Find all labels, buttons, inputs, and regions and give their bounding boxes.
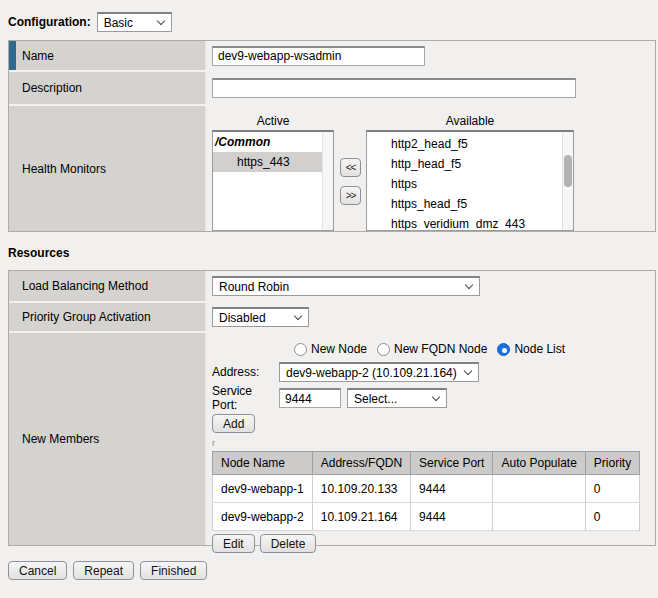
priority-group-select[interactable]: Disabled: [212, 307, 309, 327]
required-indicator-bar: [9, 41, 16, 70]
chevron-down-icon: [432, 393, 440, 401]
new-members-content-cell: New Node New FQDN Node Node List Address…: [206, 333, 655, 545]
chevron-down-icon: [465, 281, 473, 289]
priority-group-label-cell: Priority Group Activation: [9, 303, 206, 331]
load-balancing-label: Load Balancing Method: [22, 279, 148, 293]
cell-address: 10.109.20.133: [312, 475, 410, 503]
radio-new-fqdn-node-label: New FQDN Node: [394, 342, 487, 356]
new-members-label-cell: New Members: [9, 333, 206, 545]
health-monitors-label-cell: Health Monitors: [9, 106, 206, 231]
col-node-name: Node Name: [213, 452, 313, 475]
chevron-down-icon: [294, 312, 302, 320]
available-monitor-item[interactable]: https: [367, 174, 573, 194]
load-balancing-label-cell: Load Balancing Method: [9, 271, 206, 301]
finished-button[interactable]: Finished: [140, 561, 207, 580]
member-type-radio-group: New Node New FQDN Node Node List: [294, 341, 655, 357]
active-header: Active: [212, 112, 334, 130]
name-row: Name: [9, 41, 655, 70]
cell-priority: 0: [585, 503, 639, 531]
col-service-port: Service Port: [411, 452, 493, 475]
load-balancing-row: Load Balancing Method Round Robin: [9, 271, 655, 301]
address-select[interactable]: dev9-webapp-2 (10.109.21.164): [279, 362, 479, 382]
available-monitor-item[interactable]: https_head_f5: [367, 194, 573, 214]
health-monitors-row: Health Monitors Active /Common https_443…: [9, 104, 655, 231]
name-label-cell: Name: [9, 41, 206, 70]
cell-priority: 0: [585, 475, 639, 503]
available-header: Available: [366, 112, 574, 130]
chevron-down-icon: [156, 17, 164, 25]
available-monitor-item[interactable]: http2_head_f5: [367, 134, 573, 154]
description-input[interactable]: [212, 78, 576, 98]
repeat-button[interactable]: Repeat: [73, 561, 134, 580]
stray-mark: r: [212, 439, 655, 449]
description-row: Description: [9, 70, 655, 104]
cell-auto-populate: [493, 503, 585, 531]
health-monitors-label: Health Monitors: [22, 162, 106, 176]
address-label: Address:: [212, 365, 279, 379]
description-label-cell: Description: [9, 72, 206, 104]
new-members-label: New Members: [22, 432, 99, 446]
new-members-row: New Members New Node New FQDN Node Node …: [9, 331, 655, 545]
active-monitor-item[interactable]: https_443: [213, 152, 333, 172]
move-to-available-button[interactable]: >>: [340, 186, 361, 205]
radio-new-node-label: New Node: [311, 342, 367, 356]
available-monitors-column: Available http2_head_f5 http_head_f5 htt…: [366, 112, 574, 231]
health-monitors-content-cell: Active /Common https_443 << >> Available: [206, 106, 655, 231]
cell-address: 10.109.21.164: [312, 503, 410, 531]
load-balancing-select[interactable]: Round Robin: [212, 276, 480, 296]
priority-group-select-value: Disabled: [219, 311, 266, 325]
configuration-select[interactable]: Basic: [97, 12, 172, 32]
priority-group-label: Priority Group Activation: [22, 310, 151, 324]
table-row[interactable]: dev9-webapp-1 10.109.20.133 9444 0: [213, 475, 640, 503]
move-to-active-button[interactable]: <<: [340, 158, 361, 177]
name-content-cell: [206, 41, 655, 70]
service-port-select-value: Select...: [354, 392, 397, 406]
name-label: Name: [22, 49, 54, 63]
col-priority: Priority: [585, 452, 639, 475]
active-monitors-column: Active /Common https_443: [212, 112, 334, 231]
configuration-select-value: Basic: [104, 16, 133, 30]
radio-new-fqdn-node[interactable]: [377, 343, 390, 356]
available-scrollbar-thumb[interactable]: [564, 155, 572, 187]
cell-service-port: 9444: [411, 503, 493, 531]
service-port-input[interactable]: [279, 388, 341, 408]
col-address-fqdn: Address/FQDN: [312, 452, 410, 475]
footer-actions: Cancel Repeat Finished: [8, 561, 658, 580]
available-monitors-listbox[interactable]: http2_head_f5 http_head_f5 https https_h…: [366, 130, 574, 231]
priority-group-row: Priority Group Activation Disabled: [9, 301, 655, 331]
load-balancing-select-value: Round Robin: [219, 280, 289, 294]
available-monitor-item[interactable]: https_veridium_dmz_443: [367, 214, 573, 231]
table-row[interactable]: dev9-webapp-2 10.109.21.164 9444 0: [213, 503, 640, 531]
service-port-line: Service Port: Select...: [212, 387, 655, 409]
address-line: Address: dev9-webapp-2 (10.109.21.164): [212, 361, 655, 383]
radio-node-list-label: Node List: [514, 342, 565, 356]
configuration-bar: Configuration: Basic: [8, 12, 658, 32]
radio-new-node[interactable]: [294, 343, 307, 356]
name-input[interactable]: [212, 46, 425, 66]
add-button[interactable]: Add: [212, 414, 255, 433]
monitor-move-buttons: << >>: [340, 158, 361, 205]
members-table-header-row: Node Name Address/FQDN Service Port Auto…: [213, 452, 640, 475]
service-port-select[interactable]: Select...: [347, 388, 447, 408]
active-monitors-listbox[interactable]: /Common https_443: [212, 130, 334, 231]
cancel-button[interactable]: Cancel: [8, 561, 67, 580]
radio-node-list[interactable]: [497, 343, 510, 356]
cell-service-port: 9444: [411, 475, 493, 503]
available-monitor-item[interactable]: http_head_f5: [367, 154, 573, 174]
edit-button[interactable]: Edit: [212, 534, 255, 553]
configuration-label: Configuration:: [8, 15, 91, 29]
description-content-cell: [206, 72, 655, 104]
cell-node-name: dev9-webapp-1: [213, 475, 313, 503]
resources-section-header: Resources: [8, 246, 658, 260]
active-scrollbar[interactable]: [322, 132, 333, 230]
load-balancing-content-cell: Round Robin: [206, 271, 655, 301]
delete-button[interactable]: Delete: [260, 534, 317, 553]
active-partition-group: /Common: [213, 132, 333, 152]
cell-node-name: dev9-webapp-2: [213, 503, 313, 531]
available-scrollbar[interactable]: [562, 132, 573, 230]
resources-table: Load Balancing Method Round Robin Priori…: [8, 270, 656, 546]
col-auto-populate: Auto Populate: [493, 452, 585, 475]
chevron-down-icon: [464, 367, 472, 375]
members-table: Node Name Address/FQDN Service Port Auto…: [212, 451, 640, 531]
configuration-table: Name Description Health Monitors Active …: [8, 40, 656, 232]
